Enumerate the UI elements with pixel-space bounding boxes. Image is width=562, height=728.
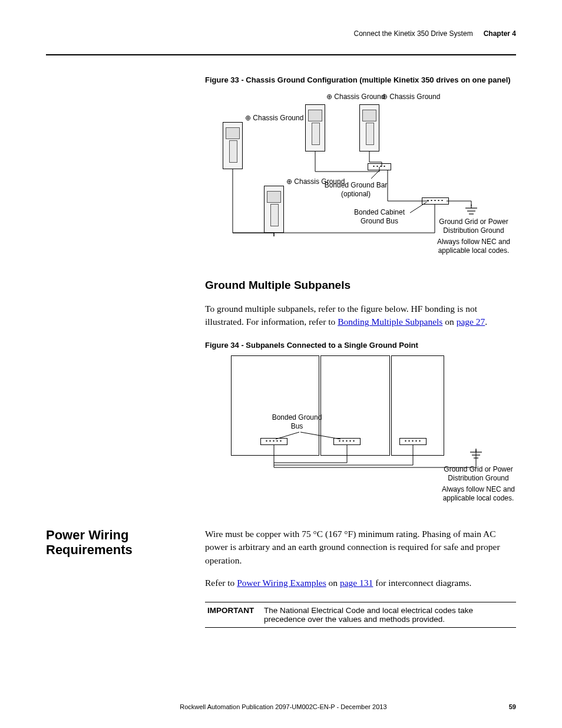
label-text: Distribution Ground	[448, 474, 508, 482]
footer-page-number: 59	[509, 703, 516, 710]
page131-link[interactable]: page 131	[340, 578, 373, 588]
important-note: IMPORTANT The National Electrical Code a…	[205, 602, 516, 628]
ground-symbol-icon	[469, 449, 483, 462]
bonding-subpanels-link[interactable]: Bonding Multiple Subpanels	[338, 317, 442, 327]
page-header: Connect the Kinetix 350 Drive System Cha…	[46, 29, 516, 38]
page-footer: Rockwell Automation Publication 2097-UM0…	[46, 703, 516, 710]
power-wiring-para2: Refer to Power Wiring Examples on page 1…	[205, 577, 516, 589]
nec-note-label: Always follow NEC and applicable local c…	[437, 485, 520, 503]
ground-grid-label: Ground Grid or Power Distribution Ground	[437, 465, 520, 483]
page27-link[interactable]: page 27	[457, 317, 485, 327]
figure33-diagram: ⊕ Chassis Ground ⊕ Chassis Ground ⊕ Chas…	[205, 84, 516, 255]
ground-multiple-heading: Ground Multiple Subpanels	[205, 279, 516, 292]
label-text: Always follow NEC and	[442, 485, 515, 493]
text: .	[485, 317, 487, 327]
header-chapter: Chapter 4	[484, 29, 516, 38]
power-wiring-heading: Power Wiring Requirements	[46, 528, 205, 558]
important-text: The National Electrical Code and local e…	[264, 606, 516, 624]
label-text: applicable local codes.	[443, 494, 514, 502]
figure34-title: Figure 34 - Subpanels Connected to a Sin…	[205, 341, 516, 350]
figure33-title: Figure 33 - Chassis Ground Configuration…	[205, 75, 516, 84]
label-text: Always follow NEC and	[437, 238, 510, 246]
text: for interconnect diagrams.	[373, 578, 471, 588]
power-wiring-examples-link[interactable]: Power Wiring Examples	[237, 578, 326, 588]
ground-multiple-paragraph: To ground multiple subpanels, refer to t…	[205, 302, 516, 329]
header-section: Connect the Kinetix 350 Drive System	[354, 29, 473, 38]
ground-grid-label: Ground Grid or Power Distribution Ground	[432, 218, 515, 235]
label-text: Distribution Ground	[443, 226, 504, 235]
power-wiring-para1: Wire must be copper with 75 °C (167 °F) …	[205, 528, 516, 567]
important-label: IMPORTANT	[205, 606, 264, 624]
footer-publication: Rockwell Automation Publication 2097-UM0…	[58, 703, 509, 710]
label-text: Ground Grid or Power	[444, 465, 513, 473]
text: on	[442, 317, 456, 327]
nec-note-label: Always follow NEC and applicable local c…	[432, 238, 515, 255]
label-text: applicable local codes.	[438, 246, 510, 255]
ground-symbol-icon	[464, 205, 478, 218]
power-wiring-section: Power Wiring Requirements Wire must be c…	[46, 528, 516, 590]
text: Refer to	[205, 578, 237, 588]
text: on	[326, 578, 340, 588]
figure34-diagram: ∘∘∘∘∘ ∘∘∘∘∘ ∘∘∘∘∘ Bonded Ground Bus Grou…	[205, 350, 516, 509]
label-text: Ground Grid or Power	[439, 218, 508, 226]
